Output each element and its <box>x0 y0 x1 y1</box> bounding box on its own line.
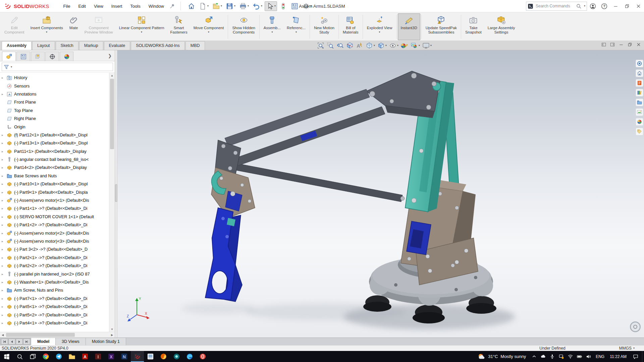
first-tab-button[interactable] <box>1 339 8 345</box>
panel-expand-icon[interactable]: ❯ <box>108 53 112 58</box>
show-desktop-button[interactable] <box>642 351 644 362</box>
linear-component-pattern-button[interactable]: Linear Component Pattern▾ <box>116 13 167 40</box>
scroll-up-icon[interactable]: ▲ <box>109 73 115 78</box>
menu-file[interactable]: File <box>59 2 74 10</box>
solidworks-resources-button[interactable] <box>636 79 643 87</box>
solidworks-button[interactable] <box>131 351 144 362</box>
tree-item[interactable]: ▸Part11<1> (Default<<Default>_Display <box>0 147 109 156</box>
show-hidden-components-button[interactable]: Show HiddenComponents <box>229 13 258 40</box>
taskbar-search-button[interactable] <box>13 351 26 362</box>
take-snapshot-button[interactable]: TakeSnapshot <box>462 13 485 40</box>
tree-expand-icon[interactable]: ▸ <box>2 297 6 300</box>
telegram-button[interactable] <box>52 351 65 362</box>
tree-expand-icon[interactable]: ▸ <box>2 240 6 243</box>
large-assembly-settings-button[interactable]: Large AssemblySettings <box>485 13 518 40</box>
select-dropdown[interactable]: ▾ <box>274 5 276 7</box>
tree-expand-icon[interactable]: ▸ <box>2 305 6 308</box>
filter-dropdown[interactable]: ▾ <box>11 66 12 68</box>
app-light-window-button[interactable] <box>144 351 157 362</box>
undo-button[interactable]: ▾ <box>251 1 264 11</box>
tree-item[interactable]: Right Plane <box>0 115 109 123</box>
tree-item[interactable]: ▸(-) Part7<1> ->? (Default<<Default>_Di <box>0 295 109 303</box>
tab-layout[interactable]: Layout <box>32 41 55 50</box>
update-speedpak-subassemblies-button[interactable]: Update SpeedPakSubassemblies <box>423 13 460 40</box>
tree-expand-icon[interactable]: ▸ <box>2 248 6 251</box>
scroll-down-icon[interactable]: ▼ <box>109 326 115 332</box>
display-style-dropdown[interactable]: ▾ <box>385 44 387 47</box>
tree-expand-icon[interactable]: ▸ <box>2 174 6 178</box>
tree-item[interactable]: ▸(-) Part13<1> (Default<<Default>_Displ <box>0 139 109 147</box>
view-settings-button[interactable]: ▾ <box>422 42 432 50</box>
mate-button[interactable]: Mate <box>66 13 82 40</box>
tree-item[interactable]: ▸(-) Part10<1> (Default<<Default>_Displ <box>0 180 109 188</box>
tree-expand-icon[interactable]: ▸ <box>2 93 6 96</box>
last-tab-button[interactable] <box>23 339 30 345</box>
tree-expand-icon[interactable]: ▸ <box>2 133 6 137</box>
tree-item[interactable]: ▸(-) Part1<1> ->? (Default<<Default>_Di <box>0 204 109 213</box>
assembly-features-dropdown[interactable]: ▾ <box>271 31 273 34</box>
annotation-views-button[interactable] <box>356 42 363 50</box>
collapse-left-pane-icon[interactable] <box>601 42 606 47</box>
select-button[interactable]: ▾ <box>265 1 277 11</box>
tree-expand-icon[interactable]: ▸ <box>2 232 6 235</box>
move-component-button[interactable]: Move Component▾ <box>191 13 227 40</box>
chrome-button[interactable] <box>39 351 52 362</box>
view-orientation-button[interactable]: ▾ <box>366 42 375 50</box>
tree-expand-icon[interactable]: ▸ <box>2 281 6 284</box>
tree-item[interactable]: Sensors <box>0 82 109 90</box>
apply-scene-button[interactable]: ▾ <box>411 42 420 50</box>
previous-view-button[interactable] <box>336 42 344 50</box>
linear-component-pattern-dropdown[interactable]: ▾ <box>141 31 142 34</box>
home-button[interactable] <box>186 1 197 11</box>
tab-assembly[interactable]: Assembly <box>2 41 32 50</box>
tree-expand-icon[interactable]: ▸ <box>2 264 6 267</box>
tree-item[interactable]: ▸Arm Screw, Nuts and Pins <box>0 286 109 294</box>
reference-geometry-button[interactable]: Referenc...▾ <box>284 13 309 40</box>
tree-item[interactable]: ▸(-) Part9<1> (Default<<Default>_Displa <box>0 188 109 196</box>
tree-vertical-scrollbar[interactable]: ▲ ▼ <box>109 73 115 332</box>
section-view-button[interactable] <box>346 42 354 50</box>
doc-tab-motion-study-1[interactable]: Motion Study 1 <box>86 338 126 345</box>
undo-dropdown[interactable]: ▾ <box>261 5 262 7</box>
exploded-view-button[interactable]: Exploded View▾ <box>364 13 395 40</box>
previous-tab-button[interactable] <box>8 339 15 345</box>
display-style-button[interactable]: ▾ <box>377 42 387 50</box>
bill-of-materials-button[interactable]: Bill ofMaterials <box>340 13 362 40</box>
new-motion-study-button[interactable]: New MotionStudy <box>311 13 337 40</box>
search-input[interactable] <box>535 3 574 9</box>
pin-toolbar-icon[interactable] <box>169 3 175 9</box>
clock[interactable]: 11:22 AM <box>607 351 629 362</box>
hide-show-items-button[interactable]: ▾ <box>389 42 398 50</box>
configurationmanager-tab[interactable] <box>31 52 45 61</box>
onedrive-button[interactable] <box>539 351 548 362</box>
tree-item[interactable]: ▸(-) Part2<2> ->? (Default<<Default>_Di <box>0 262 109 270</box>
adobe-acrobat-button[interactable] <box>78 351 92 362</box>
app-blue-n-button[interactable] <box>118 351 131 362</box>
zoom-to-fit-button[interactable] <box>317 42 324 50</box>
menu-edit[interactable]: Edit <box>74 2 90 10</box>
tree-expand-icon[interactable]: ▸ <box>2 199 6 202</box>
tree-item[interactable]: ▸History <box>0 74 109 82</box>
open-document-button[interactable]: ▾ <box>211 1 223 11</box>
tree-item[interactable]: ▸(-) Waasher<1> (Default<<Default>_Dis <box>0 278 109 286</box>
assembly-features-button[interactable]: Assemb...▾ <box>261 13 284 40</box>
tab-mbd[interactable]: MBD <box>185 41 205 50</box>
app-purple-x-button[interactable] <box>105 351 118 362</box>
graphics-viewport[interactable]: Y X Z <box>117 50 644 338</box>
file-explorer-button[interactable] <box>65 351 78 362</box>
tree-item[interactable]: ▸(-) Part5<1> ->? (Default<<Default>_Di <box>0 303 109 311</box>
design-library-button[interactable] <box>636 89 643 97</box>
tab-markup[interactable]: Markup <box>79 41 103 50</box>
tree-item[interactable]: ▸(f) Part12<1> (Default<<Default>_Displ <box>0 131 109 139</box>
rebuild-button[interactable] <box>278 1 288 11</box>
orientation-triad[interactable]: Y X Z <box>126 295 152 322</box>
opera-button[interactable] <box>196 351 209 362</box>
tree-item[interactable]: ▸(-) SERVO MOTOR COVER 1<1> (Default <box>0 213 109 221</box>
tree-item[interactable]: ▸(-) Part1<2> ->? (Default<<Default>_Di <box>0 221 109 229</box>
view-orientation-dropdown[interactable]: ▾ <box>374 44 375 47</box>
custom-properties-button[interactable] <box>636 128 643 135</box>
dimxpertmanager-tab[interactable] <box>45 52 59 61</box>
hide-show-items-dropdown[interactable]: ▾ <box>397 44 398 47</box>
close-button[interactable] <box>633 1 644 11</box>
displaymanager-tab[interactable] <box>60 52 73 61</box>
